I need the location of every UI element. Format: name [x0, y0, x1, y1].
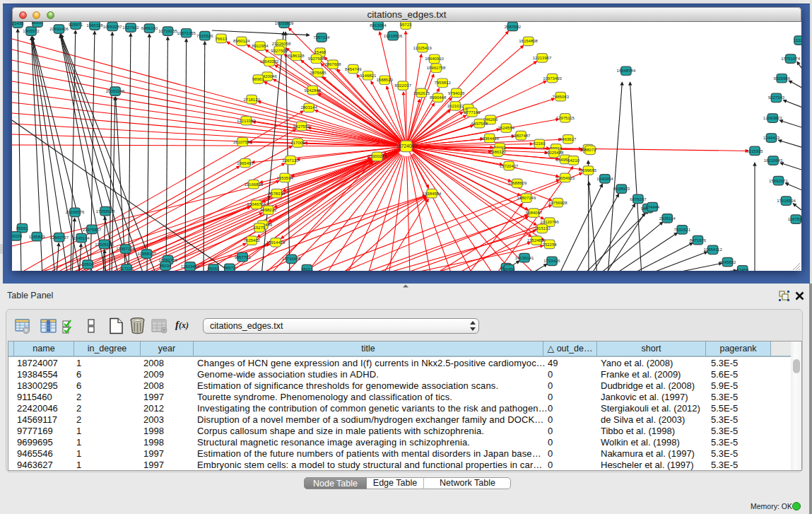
svg-text:7515526: 7515526 [196, 34, 213, 38]
svg-text:2867608: 2867608 [324, 62, 341, 66]
svg-text:1733426: 1733426 [543, 259, 560, 263]
svg-text:8813054: 8813054 [370, 23, 387, 28]
svg-text:95723: 95723 [400, 23, 412, 27]
svg-text:62160: 62160 [534, 141, 546, 146]
svg-text:92456: 92456 [736, 268, 748, 271]
svg-text:7955812: 7955812 [434, 81, 451, 85]
svg-text:8454749: 8454749 [345, 67, 362, 71]
svg-text:2935114: 2935114 [659, 216, 676, 221]
svg-text:1545194: 1545194 [73, 236, 90, 240]
svg-text:2718120: 2718120 [244, 98, 261, 102]
svg-text:10807487: 10807487 [512, 134, 531, 138]
svg-text:9463627: 9463627 [560, 137, 577, 141]
svg-text:15468: 15468 [314, 50, 326, 54]
svg-text:23226058: 23226058 [272, 42, 291, 46]
svg-text:1156829: 1156829 [29, 235, 46, 239]
svg-text:15275: 15275 [254, 226, 266, 230]
svg-text:12942737: 12942737 [49, 235, 69, 240]
svg-text:9084067: 9084067 [526, 211, 543, 215]
svg-text:3875685: 3875685 [310, 71, 326, 75]
svg-text:19384554: 19384554 [423, 192, 442, 196]
svg-text:11123: 11123 [794, 38, 801, 42]
svg-text:9329966: 9329966 [774, 76, 791, 81]
svg-text:7625402: 7625402 [244, 238, 261, 243]
svg-text:252254: 252254 [543, 243, 558, 247]
svg-text:6879197: 6879197 [630, 197, 647, 201]
svg-text:16107553: 16107553 [233, 140, 252, 144]
svg-text:16154808: 16154808 [519, 39, 538, 43]
svg-text:19166825: 19166825 [244, 182, 263, 187]
svg-text:12213363: 12213363 [237, 119, 256, 123]
svg-text:16210643: 16210643 [764, 158, 783, 163]
svg-text:9327503: 9327503 [271, 49, 288, 53]
svg-text:10719155: 10719155 [158, 29, 177, 33]
svg-text:7632621: 7632621 [674, 228, 691, 232]
svg-text:20691406: 20691406 [49, 27, 69, 31]
svg-text:11325419: 11325419 [413, 46, 433, 50]
svg-text:15720407: 15720407 [500, 164, 519, 168]
svg-text:174444: 174444 [645, 205, 660, 209]
svg-text:1965493: 1965493 [237, 161, 254, 165]
svg-text:85061: 85061 [16, 226, 28, 230]
svg-text:1353594: 1353594 [277, 176, 294, 180]
svg-text:9794028: 9794028 [448, 91, 465, 95]
svg-text:8578334: 8578334 [269, 192, 286, 196]
svg-text:1588520: 1588520 [377, 78, 394, 82]
svg-text:10120746: 10120746 [540, 220, 559, 224]
svg-text:9857791: 9857791 [234, 255, 251, 259]
svg-text:6497568: 6497568 [471, 122, 488, 126]
svg-text:17957225: 17957225 [116, 247, 135, 251]
svg-text:1244413: 1244413 [763, 136, 780, 140]
svg-text:18724007: 18724007 [396, 144, 417, 148]
svg-text:8938923: 8938923 [613, 187, 630, 191]
svg-text:16914479: 16914479 [266, 240, 286, 245]
svg-text:8471676: 8471676 [690, 238, 707, 243]
svg-text:16640910: 16640910 [425, 57, 444, 61]
svg-text:8960124: 8960124 [233, 39, 250, 43]
svg-text:6466160: 6466160 [141, 26, 158, 30]
svg-text:12923466: 12923466 [181, 264, 200, 269]
svg-text:10671355: 10671355 [177, 31, 196, 35]
svg-text:14136141: 14136141 [515, 256, 534, 260]
svg-text:12213967: 12213967 [533, 56, 552, 60]
svg-text:20053346: 20053346 [106, 89, 125, 93]
svg-text:1527602: 1527602 [122, 25, 139, 30]
svg-text:117223: 117223 [119, 267, 134, 271]
svg-text:85034: 85034 [160, 264, 172, 268]
svg-text:10688609: 10688609 [508, 181, 527, 185]
svg-text:19654923: 19654923 [555, 176, 575, 180]
svg-text:9777169: 9777169 [464, 110, 481, 115]
svg-text:9245652: 9245652 [719, 260, 736, 264]
svg-text:10046766: 10046766 [247, 202, 266, 206]
svg-text:16033809: 16033809 [275, 22, 294, 25]
svg-text:8912954: 8912954 [252, 44, 269, 48]
svg-text:12093823: 12093823 [763, 116, 782, 120]
svg-text:1815132: 1815132 [534, 226, 551, 230]
svg-text:88071: 88071 [584, 148, 596, 152]
svg-text:9146821: 9146821 [360, 74, 377, 78]
svg-text:8215935: 8215935 [746, 149, 763, 153]
svg-text:2087682: 2087682 [505, 25, 522, 29]
svg-text:3267130: 3267130 [282, 158, 299, 163]
svg-text:8186328: 8186328 [288, 54, 305, 58]
svg-text:1065328: 1065328 [86, 23, 103, 28]
svg-text:1905572: 1905572 [23, 29, 40, 33]
svg-text:64210: 64210 [567, 158, 579, 163]
svg-text:9427552: 9427552 [293, 124, 310, 129]
svg-text:20364436: 20364436 [480, 136, 499, 141]
svg-text:39159: 39159 [12, 234, 23, 238]
svg-text:16543382: 16543382 [260, 59, 279, 64]
svg-text:7986322: 7986322 [490, 150, 507, 154]
svg-text:17359928: 17359928 [96, 209, 115, 214]
svg-text:1167533: 1167533 [788, 217, 801, 221]
svg-text:1640954: 1640954 [596, 177, 613, 181]
svg-text:1362615: 1362615 [413, 91, 430, 95]
svg-text:10025438: 10025438 [545, 151, 564, 155]
svg-text:8322037: 8322037 [395, 83, 412, 88]
svg-text:2803144: 2803144 [300, 105, 317, 110]
svg-text:13716485: 13716485 [282, 257, 301, 261]
svg-text:17016504: 17016504 [777, 199, 796, 203]
svg-text:96021: 96021 [301, 267, 313, 271]
svg-text:23975867: 23975867 [83, 228, 102, 232]
svg-text:10958107: 10958107 [137, 252, 156, 256]
